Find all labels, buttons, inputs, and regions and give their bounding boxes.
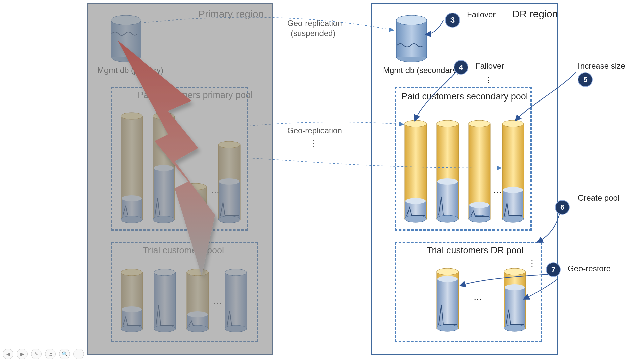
slideshow-toolbar: ◀ ▶ ✎ 🗂 🔍 ⋯ [3, 349, 84, 359]
step4-label: Failover [475, 61, 504, 71]
dr-region-title: DR region [512, 8, 558, 20]
step7-vdots: ··· [531, 259, 533, 267]
next-slide-button[interactable]: ▶ [17, 349, 28, 359]
step-badge-4: 4 [454, 60, 468, 75]
step4-vdots: ··· [487, 76, 490, 84]
geo-replication-vdots: ··· [312, 139, 315, 147]
pen-tool-button[interactable]: ✎ [31, 349, 42, 359]
geo-replication-label: Geo-replication [287, 126, 342, 135]
step3-label: Failover [467, 10, 496, 19]
step5-label: Increase size [578, 61, 625, 71]
dr-trial-pool [395, 242, 542, 342]
step6-label: Create pool [578, 193, 619, 203]
primary-region-disabled-overlay [87, 3, 273, 355]
step-badge-5: 5 [578, 72, 593, 87]
geo-suspended-label-line2: (suspended) [291, 29, 335, 38]
step-badge-3: 3 [445, 13, 460, 28]
step7-label: Geo-restore [568, 264, 611, 273]
geo-suspended-label-line1: Geo-replication [287, 18, 342, 28]
prev-slide-button[interactable]: ◀ [3, 349, 13, 359]
more-options-button[interactable]: ⋯ [73, 349, 84, 359]
dr-paid-pool-title: Paid customers secondary pool [401, 91, 528, 102]
step-badge-6: 6 [555, 200, 570, 215]
step-badge-7: 7 [546, 262, 561, 277]
all-slides-button[interactable]: 🗂 [45, 349, 56, 359]
dr-paid-pool [395, 87, 532, 231]
dr-trial-pool-title: Trial customers DR pool [427, 245, 524, 256]
dr-mgmt-db-label: Mgmt db (secondary) [383, 66, 459, 75]
zoom-button[interactable]: 🔍 [59, 349, 70, 359]
